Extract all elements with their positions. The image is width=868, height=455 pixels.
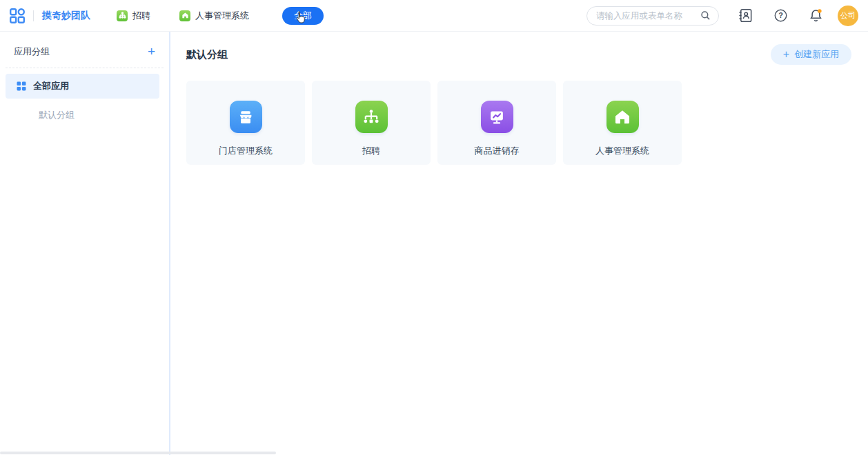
add-group-button[interactable]: + bbox=[148, 47, 155, 57]
avatar[interactable]: 公司 bbox=[838, 6, 858, 26]
sidebar-item-all-apps[interactable]: 全部应用 bbox=[6, 74, 159, 99]
home-icon bbox=[606, 101, 639, 133]
tab-recruiting[interactable]: 招聘 bbox=[117, 10, 150, 22]
app-card-recruiting[interactable]: 招聘 bbox=[312, 81, 431, 165]
sidebar-title: 应用分组 bbox=[14, 46, 50, 58]
question-glyph: ? bbox=[778, 11, 783, 19]
app-card-store-system[interactable]: 门店管理系统 bbox=[186, 81, 305, 165]
tab-label: 招聘 bbox=[132, 10, 150, 22]
sidebar-item-default-group[interactable]: 默认分组 bbox=[6, 103, 159, 128]
tab-all-active-pill[interactable]: 全部 bbox=[282, 7, 324, 25]
bell-icon[interactable] bbox=[807, 8, 824, 24]
tab-hr-system[interactable]: 人事管理系统 bbox=[179, 10, 249, 22]
tab-label: 人事管理系统 bbox=[195, 10, 249, 22]
team-name[interactable]: 摸奇妙团队 bbox=[42, 10, 90, 22]
app-card-label: 门店管理系统 bbox=[219, 145, 273, 157]
notification-badge bbox=[818, 9, 822, 13]
create-app-button[interactable]: + 创建新应用 bbox=[771, 44, 851, 65]
app-card-grid: 门店管理系统 招聘 bbox=[186, 81, 851, 165]
contacts-book-icon[interactable] bbox=[737, 8, 753, 24]
plus-icon: + bbox=[783, 49, 789, 60]
topbar-divider bbox=[33, 10, 34, 21]
sidebar-item-label: 全部应用 bbox=[33, 80, 69, 92]
help-icon[interactable]: ? bbox=[773, 8, 788, 23]
app-card-label: 商品进销存 bbox=[475, 145, 520, 157]
main-content: 默认分组 + 创建新应用 门店管理系统 bbox=[172, 32, 868, 455]
storefront-icon bbox=[230, 101, 262, 133]
search-icon[interactable] bbox=[700, 10, 711, 21]
home-icon bbox=[179, 10, 190, 21]
app-card-label: 人事管理系统 bbox=[595, 145, 649, 157]
pill-label: 全部 bbox=[294, 10, 312, 22]
app-card-label: 招聘 bbox=[362, 145, 380, 157]
org-chart-icon bbox=[117, 10, 128, 21]
dashed-divider bbox=[6, 68, 164, 68]
create-app-label: 创建新应用 bbox=[794, 48, 839, 61]
app-card-inventory[interactable]: 商品进销存 bbox=[437, 81, 556, 165]
sidebar: 应用分组 + 全部应用 默认分组 bbox=[0, 32, 170, 455]
workbench-logo-icon[interactable] bbox=[8, 7, 26, 25]
org-chart-icon bbox=[355, 101, 388, 133]
horizontal-scrollbar[interactable] bbox=[0, 452, 276, 454]
search-input[interactable] bbox=[596, 11, 700, 21]
group-title: 默认分组 bbox=[186, 48, 228, 61]
app-card-hr-system[interactable]: 人事管理系统 bbox=[563, 81, 682, 165]
app-search[interactable] bbox=[586, 6, 719, 26]
grid-apps-icon bbox=[17, 81, 26, 91]
top-bar: 摸奇妙团队 招聘 人事管理系统 全部 bbox=[0, 0, 868, 32]
monitor-chart-icon bbox=[481, 101, 513, 133]
sidebar-item-label: 默认分组 bbox=[39, 109, 75, 121]
